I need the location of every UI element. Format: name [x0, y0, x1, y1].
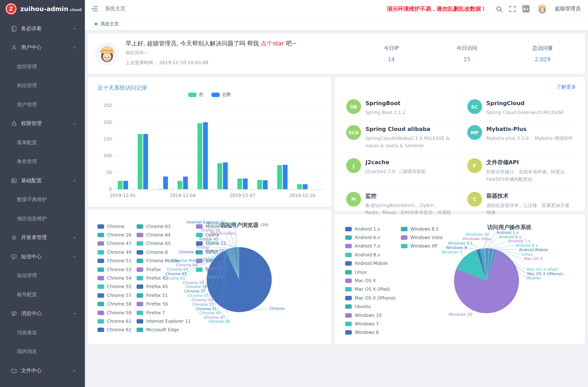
- sidebar-item[interactable]: 消息中心: [0, 304, 85, 323]
- legend-label: Android Mobile: [355, 261, 388, 266]
- tab-home[interactable]: 系统主页: [88, 18, 126, 30]
- legend-item[interactable]: Chrome 62: [97, 326, 131, 334]
- legend-item[interactable]: Chrome 53: [97, 265, 131, 274]
- legend-item[interactable]: Chrome 57: [97, 291, 131, 300]
- legend-item[interactable]: Safari: [196, 248, 234, 257]
- legend-item[interactable]: Chrome 61: [97, 317, 131, 326]
- legend-item[interactable]: Safari 9: [196, 265, 234, 274]
- menu-fold-icon[interactable]: [91, 5, 98, 13]
- legend-item[interactable]: Chrome 47: [97, 239, 131, 248]
- legend-swatch: [137, 276, 143, 280]
- user-avatar[interactable]: [536, 2, 548, 15]
- legend-item[interactable]: Windows 10: [345, 311, 396, 320]
- sidebar-subitem[interactable]: 岗位管理: [0, 76, 85, 95]
- sidebar-item[interactable]: 开发者管理: [0, 228, 85, 247]
- sidebar-subitem[interactable]: 菜单配置: [0, 133, 85, 152]
- legend-item[interactable]: Mobile Safari: [196, 222, 234, 231]
- pie-slice: [486, 249, 494, 281]
- star-link[interactable]: 点个star: [261, 40, 284, 47]
- svg-text:50: 50: [106, 170, 112, 175]
- legend-item[interactable]: Firefox 51: [137, 291, 191, 300]
- legend-item[interactable]: Chrome 64: [137, 231, 191, 239]
- tab-bar: 系统主页: [85, 18, 588, 31]
- legend-item[interactable]: Opera: [196, 231, 234, 239]
- legend-item[interactable]: Android 6.x: [345, 233, 396, 242]
- sidebar-subitem[interactable]: 用户管理: [0, 95, 85, 114]
- legend-item[interactable]: Chrome 8: [137, 248, 191, 257]
- legend-item[interactable]: Firefox 56: [137, 300, 191, 308]
- breadcrumb[interactable]: 系统主页: [105, 5, 126, 12]
- legend-item[interactable]: Chrome 54: [97, 274, 131, 283]
- sidebar-subitem[interactable]: 我的消息: [0, 342, 85, 361]
- sidebar-subitem[interactable]: 账号配置: [0, 285, 85, 304]
- legend-item[interactable]: Firefox 42: [137, 274, 191, 283]
- sidebar-subitem[interactable]: 地区信息维护: [0, 209, 85, 228]
- legend-item[interactable]: Windows XP: [401, 242, 442, 251]
- sidebar-item[interactable]: 用户中心: [0, 38, 85, 57]
- username[interactable]: 超级管理员: [555, 5, 581, 12]
- search-icon[interactable]: [496, 5, 503, 12]
- legend-item[interactable]: Chrome 49: [97, 248, 131, 257]
- legend-item[interactable]: Android 1.x: [345, 225, 396, 233]
- legend-item[interactable]: Chrome 65: [137, 239, 191, 248]
- legend-item[interactable]: Chrome 63: [137, 222, 191, 231]
- logo[interactable]: Z zuihou-admincloud: [0, 0, 85, 18]
- sidebar-subitem[interactable]: 数据字典维护: [0, 190, 85, 209]
- legend-item[interactable]: Chrome: [97, 222, 131, 231]
- sidebar-item[interactable]: 基础配置: [0, 171, 85, 190]
- legend-item[interactable]: Opera 12: [196, 239, 234, 248]
- sidebar-item[interactable]: 文件中心: [0, 361, 85, 380]
- pie-slice: [234, 247, 239, 280]
- sidebar-item[interactable]: 权限管理: [0, 114, 85, 133]
- legend-item[interactable]: Mac OS X: [345, 277, 396, 285]
- legend-label: Chrome: [107, 224, 124, 229]
- legend-swatch: [137, 224, 143, 228]
- legend-item[interactable]: Chrome 58: [97, 300, 131, 308]
- legend-item[interactable]: Chrome 55: [97, 283, 131, 291]
- font-size-icon[interactable]: A+: [522, 5, 530, 13]
- bar-you: [257, 180, 262, 189]
- legend-item[interactable]: Android 8.x: [345, 250, 396, 259]
- sidebar-item[interactable]: 短信中心: [0, 247, 85, 266]
- chevron-up-icon: [72, 179, 77, 183]
- sidebar-subitem[interactable]: 短信管理: [0, 266, 85, 285]
- pie-callout-label: Windows 8.1: [448, 241, 473, 245]
- os-pie-legend: Android 1.xAndroid 6.xAndroid 7.xAndroid…: [345, 225, 442, 337]
- legend-item[interactable]: Android Mobile: [345, 259, 396, 268]
- legend-item[interactable]: Microsoft Edge: [137, 326, 191, 334]
- learn-more-link[interactable]: 了解更多: [556, 84, 576, 90]
- legend-item[interactable]: Firefox 7: [137, 308, 191, 317]
- sidebar-subitem[interactable]: 组织管理: [0, 57, 85, 76]
- legend-item[interactable]: Windows 8.1: [401, 225, 442, 233]
- legend-item[interactable]: Mac OS X (iPad): [345, 285, 396, 294]
- legend-item[interactable]: Windows 8: [345, 328, 396, 337]
- legend-label: Mac OS X: [355, 278, 376, 283]
- legend-item[interactable]: Android 7.x: [345, 242, 396, 251]
- legend-item[interactable]: Windows Vista: [401, 233, 442, 242]
- sidebar-subitem[interactable]: 角色管理: [0, 152, 85, 171]
- legend-swatch: [345, 296, 352, 300]
- legend-item[interactable]: Chrome Mobile: [137, 257, 191, 265]
- legend-item[interactable]: Mac OS X (iPhone): [345, 294, 396, 302]
- legend-item[interactable]: Firefox 45: [137, 283, 191, 291]
- legend-item[interactable]: Chrome 26: [97, 231, 131, 239]
- bar-chart[interactable]: 0501001502002502019-12-012019-12-042019-…: [88, 77, 332, 207]
- framework-title: 监控: [365, 193, 452, 200]
- sidebar-subitem[interactable]: 消息推送: [0, 323, 85, 342]
- legend-item[interactable]: Safari 11: [196, 257, 234, 265]
- stat-value: 2,029: [515, 56, 570, 63]
- legend-item[interactable]: Internet Explorer 11: [137, 317, 191, 326]
- last-login: 上次登录时间： 2019-12-10 10:03:08: [126, 60, 297, 66]
- fullscreen-icon[interactable]: [509, 5, 516, 12]
- legend-label: Firefox 56: [146, 301, 168, 306]
- right-column: 了解更多 SBSpringBootSpring Boot 2.1.2SCSpri…: [335, 77, 585, 344]
- sidebar-item[interactable]: 务必详看: [0, 19, 85, 38]
- legend-item[interactable]: Windows 7: [345, 320, 396, 328]
- legend-item[interactable]: Firefox: [137, 265, 191, 274]
- legend-item[interactable]: Linux: [345, 268, 396, 277]
- legend-item[interactable]: Chrome 51: [97, 257, 131, 265]
- legend-item[interactable]: Chrome 59: [97, 308, 131, 317]
- legend-item[interactable]: Ubuntu: [345, 302, 396, 311]
- browser-pie-legend: ChromeChrome 26Chrome 47Chrome 49Chrome …: [97, 222, 234, 334]
- bar-you: [297, 184, 302, 189]
